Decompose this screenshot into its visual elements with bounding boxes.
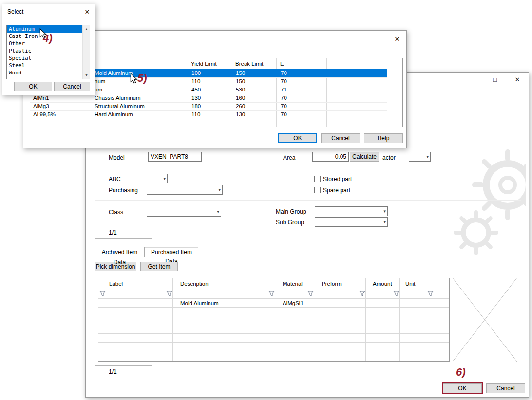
material-yield: 110 xyxy=(191,77,200,86)
chevron-down-icon: ▾ xyxy=(426,155,429,159)
main-group-combo[interactable]: ▾ xyxy=(315,206,388,216)
tab-purchased-item-data[interactable]: Purchased Item Data xyxy=(145,247,198,257)
material-name: um xyxy=(95,86,102,94)
mouse-cursor xyxy=(39,28,48,40)
scroll-up-icon[interactable]: ▲ xyxy=(83,25,90,33)
material-name: Structural Aluminum xyxy=(95,102,145,110)
material-e: 70 xyxy=(281,94,287,102)
minimize-button[interactable]: – xyxy=(461,73,484,87)
column-header-description[interactable]: Description xyxy=(180,278,209,289)
tab-archived-item-data[interactable]: Archived Item Data xyxy=(95,247,145,257)
model-field[interactable]: VXEN_PART8 xyxy=(148,152,202,162)
sub-group-combo[interactable]: ▾ xyxy=(315,217,388,227)
material-e: 70 xyxy=(281,77,287,86)
chevron-down-icon: ▾ xyxy=(218,188,221,192)
maximize-button[interactable]: □ xyxy=(484,73,506,87)
filter-icon[interactable] xyxy=(99,291,106,297)
ok-button[interactable]: OK xyxy=(278,133,317,143)
material-e: 70 xyxy=(281,102,287,110)
gridline xyxy=(98,289,450,289)
material-row[interactable]: Al 99,5% Hard Aluminum 110 130 70 xyxy=(31,110,387,119)
filter-icon[interactable] xyxy=(268,291,275,297)
list-item[interactable]: Wood xyxy=(7,69,82,76)
material-code: Al 99,5% xyxy=(33,110,56,119)
cell-material: AlMgSi1 xyxy=(283,299,304,308)
material-yield: 100 xyxy=(191,69,201,77)
dialog-title: Select xyxy=(7,8,23,15)
screenshot-stage: – □ ✕ xyxy=(0,0,532,400)
material-yield: 450 xyxy=(191,86,201,94)
mouse-cursor xyxy=(130,73,138,85)
get-item-button[interactable]: Get Item xyxy=(140,262,178,271)
cancel-button[interactable]: Cancel xyxy=(486,383,525,393)
material-row[interactable]: AlMg3 Structural Aluminum 180 260 70 xyxy=(31,102,387,110)
class-combo[interactable]: ▾ xyxy=(147,207,221,217)
column-header-amount[interactable]: Amount xyxy=(373,278,392,289)
material-code: AlMg3 xyxy=(33,102,49,110)
record-pager-top: 1/1 xyxy=(109,229,117,236)
column-header-unit[interactable]: Unit xyxy=(405,278,415,289)
material-e: 70 xyxy=(281,69,287,77)
material-name: Mold Aluminum xyxy=(95,69,133,77)
list-item[interactable]: Plastic xyxy=(7,47,82,55)
list-item[interactable]: Special xyxy=(7,55,82,62)
factor-combo[interactable]: ▾ xyxy=(409,152,431,162)
filter-icon[interactable] xyxy=(427,291,434,297)
gridline xyxy=(106,278,106,362)
select-dialog: Select ✕ Aluminum Cast_Iron Other Plasti… xyxy=(2,4,95,95)
material-break: 160 xyxy=(236,94,245,102)
ok-button[interactable]: OK xyxy=(443,383,482,393)
filter-icon[interactable] xyxy=(307,291,314,297)
main-group-label: Main Group xyxy=(276,208,306,215)
column-header-break-limit[interactable]: Break Limit xyxy=(235,58,264,69)
list-item[interactable]: Steel xyxy=(7,62,82,69)
stored-part-label: Stored part xyxy=(323,176,352,182)
chevron-down-icon: ▾ xyxy=(383,220,386,224)
table-row[interactable]: Mold Aluminum AlMgSi1 xyxy=(98,299,450,308)
calculate-button[interactable]: Calculate xyxy=(350,152,379,162)
sub-group-label: Sub Group xyxy=(276,219,304,226)
material-break: 130 xyxy=(236,110,245,119)
filter-icon[interactable] xyxy=(393,291,399,297)
filter-icon[interactable] xyxy=(359,291,365,297)
scroll-down-icon[interactable]: ▼ xyxy=(83,72,90,79)
material-name: Hard Aluminum xyxy=(95,110,133,119)
close-icon[interactable]: ✕ xyxy=(81,7,93,18)
cancel-button[interactable]: Cancel xyxy=(54,82,90,91)
column-header-label[interactable]: Label xyxy=(109,278,123,289)
cancel-button[interactable]: Cancel xyxy=(321,133,360,143)
scrollbar[interactable]: ▲ ▼ xyxy=(82,25,90,79)
material-break: 260 xyxy=(236,102,245,110)
divider xyxy=(95,169,521,169)
model-label: Model xyxy=(109,154,125,161)
annotation-step5: 5) xyxy=(137,72,147,85)
divider xyxy=(95,238,152,239)
gridline xyxy=(98,342,450,343)
material-break: 150 xyxy=(236,69,245,77)
column-header-material[interactable]: Material xyxy=(283,278,303,289)
material-yield: 110 xyxy=(191,110,200,119)
gridline xyxy=(98,351,450,351)
filter-icon[interactable] xyxy=(166,291,172,297)
gears-watermark xyxy=(449,146,526,263)
factor-label: actor xyxy=(382,154,396,161)
abc-combo[interactable]: ▾ xyxy=(147,174,168,183)
material-name: Chassis Aluminum xyxy=(95,94,141,102)
column-header-e[interactable]: E xyxy=(280,58,284,69)
stored-part-checkbox[interactable] xyxy=(314,176,321,182)
material-yield: 130 xyxy=(191,94,201,102)
column-header-yield-limit[interactable]: Yield Limit xyxy=(191,58,217,69)
gridline xyxy=(434,278,434,362)
area-field[interactable]: 0.05 xyxy=(312,152,349,162)
spare-part-checkbox[interactable] xyxy=(314,187,321,193)
divider xyxy=(95,365,152,366)
close-icon[interactable]: ✕ xyxy=(506,73,529,87)
help-button[interactable]: Help xyxy=(364,133,403,143)
purchasing-label: Purchasing xyxy=(109,187,138,194)
gridline xyxy=(98,333,450,334)
area-label: Area xyxy=(283,154,295,161)
close-icon[interactable]: ✕ xyxy=(391,34,403,45)
column-header-preform[interactable]: Preform xyxy=(322,278,342,289)
purchasing-combo[interactable]: ▾ xyxy=(147,185,223,195)
ok-button[interactable]: OK xyxy=(14,82,52,91)
